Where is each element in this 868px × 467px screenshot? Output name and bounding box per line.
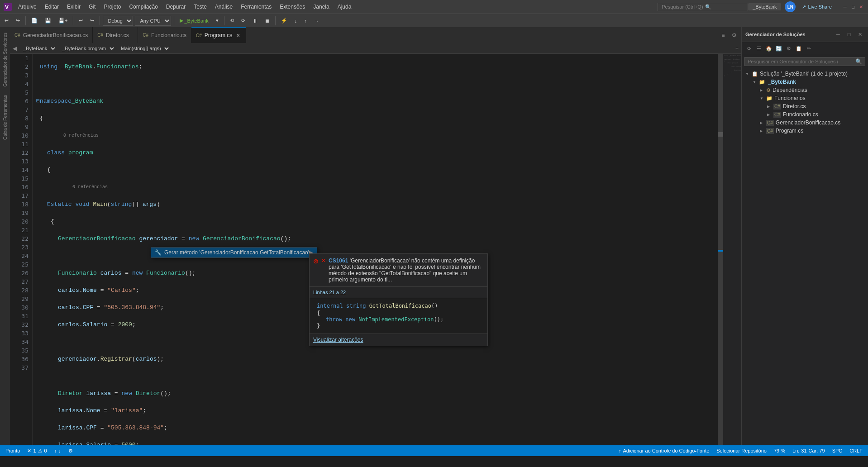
tree-gerenciador-cs[interactable]: ▶ C# GerenciadorBonificacao.cs (756, 119, 868, 127)
menu-editar[interactable]: Editar (41, 3, 62, 11)
menu-extensoes[interactable]: Extensões (276, 3, 309, 11)
status-zoom[interactable]: 79 % (772, 448, 787, 453)
nav-left-btn[interactable]: ◀ (12, 45, 18, 52)
sol-toolbar-btn-5[interactable]: ⚙ (784, 44, 793, 53)
panel-close[interactable]: ✕ (855, 30, 864, 39)
tree-project[interactable]: ▼ 📁 _ByteBank (749, 78, 868, 86)
context-menu-item[interactable]: 🔧 Gerar método 'GerenciadorBonificacao.G… (151, 248, 317, 257)
title-bar: V Arquivo Editar Exibir Git Projeto Comp… (0, 0, 868, 14)
separator-1 (25, 16, 26, 25)
menu-git[interactable]: Git (85, 3, 99, 11)
project-nav-select[interactable]: _ByteBank (19, 44, 57, 52)
sol-toolbar-btn-6[interactable]: 📋 (794, 44, 803, 53)
sidebar-caixa[interactable]: Caixa de Ferramentas (2, 91, 9, 143)
save-all-button[interactable]: 💾+ (56, 17, 70, 24)
panel-btn-2[interactable]: □ (844, 30, 854, 39)
restore-button[interactable]: □ (850, 4, 856, 10)
error-warning-icon: ⊗ (313, 257, 319, 265)
sol-toolbar-btn-1[interactable]: ⟳ (744, 44, 754, 53)
tree-func-cs-arrow: ▶ (767, 113, 772, 117)
tab-settings-icon[interactable]: ⚙ (730, 31, 739, 40)
start-dropdown[interactable]: ▾ (213, 17, 221, 24)
method-nav-select[interactable]: Main(string[] args) (117, 44, 170, 52)
breakpoints-btn[interactable]: ⚡ (278, 17, 290, 24)
tab-overflow-icon[interactable]: ≡ (719, 31, 728, 40)
menu-ajuda[interactable]: Ajuda (334, 3, 355, 11)
menu-arquivo[interactable]: Arquivo (14, 3, 40, 11)
tree-program-cs[interactable]: ▶ C# Program.cs (756, 127, 868, 135)
status-line-ending[interactable]: CRLF (848, 448, 864, 453)
toolbar-btn-1[interactable]: ⟲ (227, 17, 237, 24)
new-file-button[interactable]: 📄 (29, 17, 40, 24)
tab-funcionario[interactable]: C# Funcionario.cs (138, 27, 191, 43)
tab-gerenciador[interactable]: C# GerenciadorBonificacao.cs (10, 27, 93, 43)
menu-projeto[interactable]: Projeto (100, 3, 124, 11)
tab-program-close[interactable]: ✕ (235, 32, 241, 38)
tab-funcionario-label: Funcionario.cs (151, 32, 186, 38)
tree-ger-cs-icon: C# (766, 120, 774, 126)
menu-analise[interactable]: Análise (211, 3, 236, 11)
redo-button[interactable]: ↪ (87, 17, 97, 24)
menu-compilacao[interactable]: Compilação (125, 3, 161, 11)
tree-solution[interactable]: ▼ 📋 Solução '_ByteBank' (1 de 1 projeto) (742, 70, 868, 78)
view-changes-link[interactable]: Visualizar alterações (313, 337, 363, 343)
error-code: CS1061 (329, 257, 348, 264)
vertical-scrollbar[interactable] (718, 54, 723, 445)
status-cursor-pos[interactable]: Ln: 31 Car: 79 (791, 448, 827, 453)
tree-funcionarios-label: Funcionarios (774, 95, 806, 101)
toolbar-btn-7[interactable]: → (311, 17, 322, 24)
run-button[interactable]: ▶ _ByteBank (177, 17, 211, 24)
live-share-icon: ↗ (802, 4, 806, 10)
status-ready[interactable]: Pronto (4, 448, 22, 453)
menu-teste[interactable]: Teste (190, 3, 210, 11)
sol-toolbar-btn-7[interactable]: ✏ (804, 44, 813, 53)
status-arrows[interactable]: ↑ ↓ (52, 448, 63, 453)
tab-program[interactable]: C# Program.cs ✕ (191, 27, 246, 43)
platform-select[interactable]: Any CPU (135, 16, 171, 26)
undo-button[interactable]: ↩ (76, 17, 86, 24)
forward-button[interactable]: ↪ (13, 17, 23, 24)
sol-toolbar-btn-2[interactable]: ☰ (754, 44, 763, 53)
tree-func-cs-icon: C# (773, 112, 781, 118)
tree-dep-label: Dependências (773, 87, 807, 93)
sol-toolbar-btn-3[interactable]: 🏠 (764, 44, 773, 53)
status-select-repo[interactable]: Selecionar Repositório (715, 448, 768, 453)
solution-search-input[interactable] (748, 59, 855, 64)
panel-btn-1[interactable]: ─ (834, 30, 843, 39)
error-message: 'GerenciadorBonificacao' não contém uma … (329, 257, 481, 283)
error-preview: internal string GetTotalBonificacao() { … (310, 298, 487, 334)
tree-funcionarios[interactable]: ▼ 📁 Funcionarios (756, 94, 868, 102)
status-encoding[interactable]: SPC (830, 448, 844, 453)
status-error-count[interactable]: ✕ 1 ⚠ 0 (25, 448, 48, 454)
status-left: Pronto ✕ 1 ⚠ 0 ↑ ↓ ⚙ (4, 448, 75, 454)
tab-diretor[interactable]: C# Diretor.cs (93, 27, 138, 43)
nav-add-btn[interactable]: + (734, 45, 739, 52)
sol-toolbar-btn-4[interactable]: 🔄 (774, 44, 783, 53)
toolbar-btn-2[interactable]: ⟳ (238, 17, 248, 24)
status-add-source[interactable]: ↑ Adicionar ao Controle do Código-Fonte (617, 448, 711, 453)
sidebar-servidores[interactable]: Gerenciador de Servidores (2, 29, 9, 91)
search-box[interactable]: Pesquisar (Ctrl+Q) 🔍 (658, 3, 748, 11)
minimize-button[interactable]: ─ (842, 4, 848, 10)
live-share-button[interactable]: ↗ Live Share (799, 3, 835, 11)
save-button[interactable]: 💾 (42, 17, 54, 24)
toolbar-btn-5[interactable]: ↓ (292, 17, 300, 24)
toolbar-btn-6[interactable]: ↑ (301, 17, 310, 24)
code-content[interactable]: using _ByteBank.Funcionarios; ⊟namespace… (33, 54, 718, 445)
close-button[interactable]: ✕ (858, 4, 864, 10)
back-button[interactable]: ↩ (2, 17, 11, 24)
menu-janela[interactable]: Janela (310, 3, 333, 11)
menu-depurar[interactable]: Depurar (162, 3, 189, 11)
status-ready-label: Pronto (5, 448, 20, 453)
tree-diretor-icon: C# (773, 104, 781, 110)
menu-ferramentas[interactable]: Ferramentas (237, 3, 275, 11)
tree-dependencias[interactable]: ▶ ⚙ Dependências (756, 86, 868, 94)
build-config-select[interactable]: Debug (103, 16, 133, 26)
namespace-nav-select[interactable]: _ByteBank.program (58, 44, 115, 52)
toolbar-btn-4[interactable]: ⏹ (262, 17, 272, 24)
menu-exibir[interactable]: Exibir (63, 3, 84, 11)
toolbar-btn-3[interactable]: ⏸ (250, 17, 260, 24)
status-settings[interactable]: ⚙ (67, 448, 75, 454)
tree-funcionario-cs[interactable]: ▶ C# Funcionario.cs (763, 110, 868, 119)
tree-diretor[interactable]: ▶ C# Diretor.cs (763, 102, 868, 110)
